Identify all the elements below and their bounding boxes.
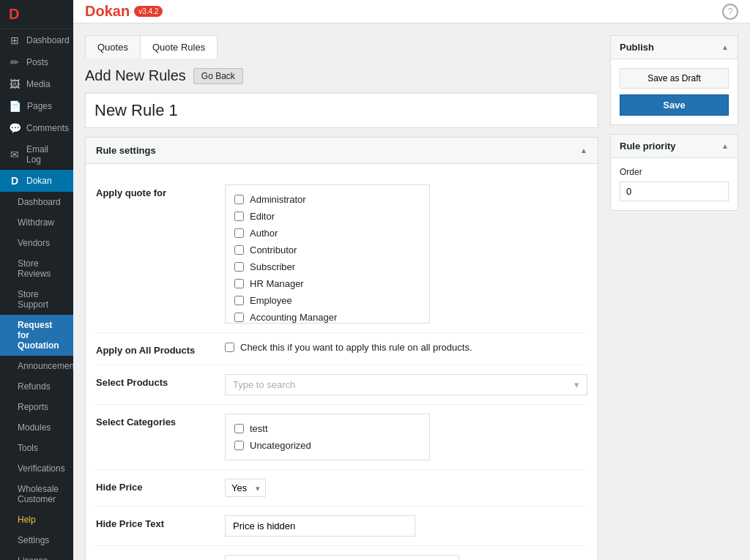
- sidebar-item-sub-refunds[interactable]: Refunds: [0, 376, 73, 397]
- sidebar-item-sub-wholesale[interactable]: Wholesale Customer: [0, 479, 73, 509]
- sidebar-item-sub-verifications[interactable]: Verifications: [0, 458, 73, 479]
- category-checkbox[interactable]: [234, 441, 244, 450]
- sidebar-item-sub-store-reviews[interactable]: Store Reviews: [0, 253, 73, 284]
- publish-panel: Publish ▲ Save as Draft Save: [610, 35, 738, 125]
- order-input[interactable]: [620, 182, 729, 201]
- topbar-dokan-logo: Dokan: [85, 3, 130, 20]
- save-button[interactable]: Save: [620, 94, 729, 116]
- apply-all-products-text: Check this if you want to apply this rul…: [240, 342, 472, 353]
- hide-price-row: Hide Price YesNo: [96, 470, 587, 507]
- tab-quote-rules[interactable]: Quote Rules: [141, 36, 217, 59]
- hide-price-text-label: Hide Price Text: [96, 515, 213, 529]
- topbar-help-button[interactable]: ?: [722, 4, 738, 20]
- hide-price-select[interactable]: YesNo: [225, 479, 266, 497]
- save-as-draft-button[interactable]: Save as Draft: [620, 68, 729, 89]
- hide-price-text-field: [225, 515, 587, 537]
- pages-icon: 📄: [9, 100, 21, 112]
- rule-settings-panel-header[interactable]: Rule settings ▲: [86, 138, 598, 164]
- category-checkbox-item: testt: [234, 420, 420, 437]
- select-categories-row: Select Categories testtUncategorized: [96, 405, 587, 470]
- page-title: Add New Rules: [85, 67, 186, 84]
- help-icon: ?: [728, 7, 733, 17]
- select-categories-label: Select Categories: [96, 414, 213, 428]
- rule-priority-title: Rule priority: [620, 141, 676, 152]
- role-checkbox[interactable]: [234, 313, 244, 322]
- hide-add-to-cart-select-wrapper: Replace Add to Cart button with a Quote …: [225, 555, 459, 560]
- sidebar-dokan-logo: D: [9, 6, 19, 23]
- sidebar-item-sub-vendors[interactable]: Vendors: [0, 233, 73, 253]
- tab-quotes[interactable]: Quotes: [86, 36, 141, 59]
- role-checkbox[interactable]: [234, 195, 244, 204]
- role-checkbox[interactable]: [234, 228, 244, 238]
- sidebar-item-email-log[interactable]: ✉ Email Log: [0, 139, 73, 170]
- publish-panel-body: Save as Draft Save: [611, 59, 738, 124]
- role-checkbox[interactable]: [234, 262, 244, 272]
- sidebar-item-help[interactable]: Help: [0, 509, 73, 530]
- rule-priority-panel-body: Order: [611, 158, 738, 210]
- role-checkbox-item: Administrator: [234, 191, 420, 208]
- category-label: Uncategorized: [250, 440, 311, 451]
- media-icon: 🖼: [9, 78, 21, 90]
- email-log-icon: ✉: [9, 149, 21, 160]
- hide-price-text-row: Hide Price Text: [96, 507, 587, 546]
- publish-title: Publish: [620, 42, 654, 53]
- dokan-submenu: Dashboard Withdraw Vendors Store Reviews…: [0, 192, 73, 560]
- sidebar-item-sub-tools[interactable]: Tools: [0, 438, 73, 458]
- order-label: Order: [620, 167, 729, 177]
- hide-price-text-input[interactable]: [225, 515, 415, 537]
- rule-name-input[interactable]: [85, 93, 598, 128]
- role-checkbox[interactable]: [234, 279, 244, 288]
- hide-add-to-cart-select[interactable]: Replace Add to Cart button with a Quote …: [225, 555, 459, 560]
- role-checkbox-item: Employee: [234, 292, 420, 309]
- sidebar-item-sub-withdraw[interactable]: Withdraw: [0, 212, 73, 233]
- category-checkbox-item: Uncategorized: [234, 437, 420, 454]
- hide-add-to-cart-field: Replace Add to Cart button with a Quote …: [225, 555, 587, 560]
- sidebar-item-sub-announcements[interactable]: Announcements: [0, 356, 73, 376]
- apply-all-products-checkbox[interactable]: [225, 343, 234, 352]
- sidebar-item-sub-settings[interactable]: Settings: [0, 530, 73, 550]
- sidebar-item-comments[interactable]: 💬 Comments: [0, 117, 73, 139]
- roles-checkbox-list: AdministratorEditorAuthorContributorSubs…: [225, 184, 430, 324]
- sidebar-item-sub-store-support[interactable]: Store Support: [0, 284, 73, 315]
- apply-quote-for-row: Apply quote for AdministratorEditorAutho…: [96, 176, 587, 333]
- select-products-row: Select Products Type to search ▾: [96, 365, 587, 405]
- page-title-row: Add New Rules Go Back: [85, 67, 598, 84]
- role-checkbox-item: Contributor: [234, 242, 420, 258]
- role-label: Employee: [250, 295, 292, 306]
- apply-quote-for-field: AdministratorEditorAuthorContributorSubs…: [225, 184, 587, 324]
- topbar-right: ?: [722, 4, 738, 20]
- sidebar-item-sub-modules[interactable]: Modules: [0, 417, 73, 438]
- role-checkbox[interactable]: [234, 212, 244, 221]
- role-label: Accounting Manager: [250, 312, 337, 323]
- sidebar-item-dashboard[interactable]: ⊞ Dashboard: [0, 29, 73, 51]
- sidebar-item-media[interactable]: 🖼 Media: [0, 73, 73, 95]
- dokan-icon: D: [9, 175, 21, 187]
- topbar-brand: Dokan v3.4.2: [85, 3, 163, 20]
- role-checkbox-item: HR Manager: [234, 275, 420, 292]
- sidebar-item-pages[interactable]: 📄 Pages: [0, 95, 73, 117]
- sidebar: D ⊞ Dashboard ✏ Posts 🖼 Media 📄 Pages 💬 …: [0, 0, 73, 560]
- hide-add-to-cart-row: Hide Add to Cart Button Replace Add to C…: [96, 546, 587, 560]
- sidebar-item-sub-dashboard[interactable]: Dashboard: [0, 192, 73, 212]
- role-label: Subscriber: [250, 261, 295, 272]
- dashboard-icon: ⊞: [9, 34, 21, 46]
- sidebar-item-dokan[interactable]: D Dokan: [0, 170, 73, 192]
- publish-panel-header: Publish ▲: [611, 36, 738, 59]
- right-sidebar: Publish ▲ Save as Draft Save Rule priori…: [610, 35, 738, 548]
- sidebar-item-sub-reports[interactable]: Reports: [0, 397, 73, 417]
- go-back-button[interactable]: Go Back: [193, 68, 243, 84]
- rule-priority-panel-header: Rule priority ▲: [611, 135, 738, 158]
- rule-settings-body: Apply quote for AdministratorEditorAutho…: [86, 164, 598, 560]
- apply-all-products-row: Apply on All Products Check this if you …: [96, 333, 587, 365]
- apply-all-products-label: Apply on All Products: [96, 342, 213, 356]
- sidebar-item-posts[interactable]: ✏ Posts: [0, 51, 73, 73]
- role-checkbox[interactable]: [234, 245, 244, 255]
- category-checkbox[interactable]: [234, 424, 244, 433]
- select-products-field: Type to search ▾: [225, 374, 587, 395]
- role-checkbox[interactable]: [234, 296, 244, 305]
- select-products-chevron-icon: ▾: [574, 379, 579, 390]
- select-products-dropdown[interactable]: Type to search ▾: [225, 374, 587, 395]
- hide-price-field: YesNo: [225, 479, 587, 497]
- sidebar-item-sub-license[interactable]: License: [0, 550, 73, 560]
- sidebar-item-sub-rfq[interactable]: Request for Quotation: [0, 315, 73, 356]
